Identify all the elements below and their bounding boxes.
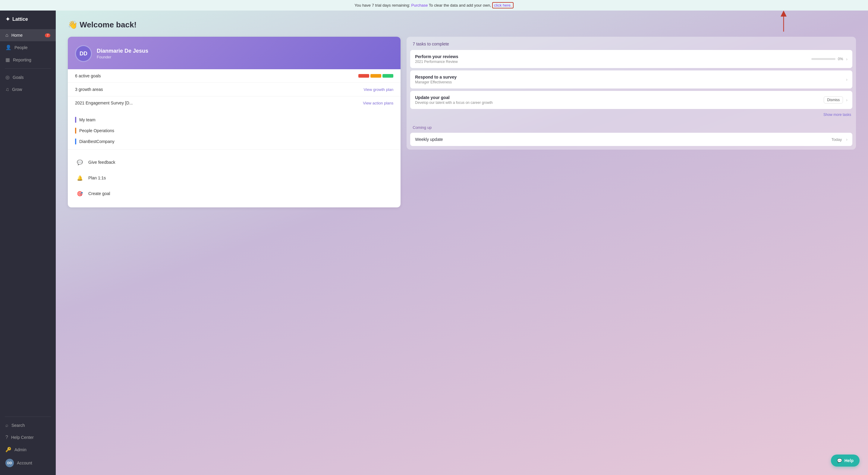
people-icon: 👤	[5, 44, 11, 50]
sidebar-item-goals[interactable]: ◎ Goals	[0, 71, 56, 83]
task-info: Update your goal Develop our talent with…	[415, 95, 493, 105]
nav-divider	[5, 68, 51, 69]
view-action-plans-link[interactable]: View action plans	[363, 101, 393, 105]
main-content: 👋 Welcome back! DD Dianmarie De Jesus Fo…	[56, 10, 868, 475]
team-item-people-ops[interactable]: People Operations	[75, 125, 393, 136]
task-item-respond-survey[interactable]: Respond to a survey Manager Effectivenes…	[410, 70, 852, 89]
avatar: DD	[5, 459, 14, 467]
sidebar-item-grow[interactable]: ♫ Grow	[0, 83, 56, 95]
account-item[interactable]: DD Account	[0, 456, 56, 470]
dot-company	[75, 138, 76, 144]
goal-icon: 🎯	[75, 189, 85, 198]
show-more-tasks[interactable]: Show more tasks	[407, 111, 856, 121]
goals-bars	[358, 74, 393, 78]
sidebar-bottom: ⌕ Search ? Help Center 🔑 Admin DD Accoun…	[0, 412, 56, 475]
team-label-company: DianBestCompany	[79, 139, 115, 144]
tasks-card: 7 tasks to complete Perform your reviews…	[407, 37, 856, 149]
logo-icon: ✦	[5, 16, 10, 23]
team-item-myteam[interactable]: My team	[75, 114, 393, 125]
team-label-people-ops: People Operations	[79, 128, 114, 133]
sidebar-item-label: Admin	[14, 447, 27, 452]
sidebar-item-admin[interactable]: 🔑 Admin	[0, 443, 56, 456]
coming-up-label: Coming up	[410, 124, 852, 133]
goals-icon: ◎	[5, 74, 10, 80]
sidebar-item-label: Grow	[12, 87, 22, 92]
right-panel: 7 tasks to complete Perform your reviews…	[407, 37, 856, 149]
reporting-icon: ▦	[5, 57, 10, 63]
sidebar-item-search[interactable]: ⌕ Search	[0, 419, 56, 431]
sidebar-item-label: Home	[11, 33, 23, 38]
create-goal-label: Create goal	[88, 191, 110, 196]
coming-up-section: Coming up Weekly update Today ›	[407, 121, 856, 146]
task-right: 0% ›	[811, 57, 847, 61]
chevron-icon: ›	[846, 57, 847, 61]
dot-myteam	[75, 117, 76, 123]
task-subtitle: Manager Effectiveness	[415, 80, 457, 84]
team-label-myteam: My team	[79, 117, 96, 122]
profile-info: Dianmarie De Jesus Founder	[97, 48, 148, 59]
trial-banner: You have 7 trial days remaining: Purchas…	[0, 0, 868, 10]
profile-role: Founder	[97, 55, 148, 59]
logo-text: Lattice	[12, 16, 28, 22]
sidebar-item-label: Search	[11, 423, 25, 428]
profile-avatar: DD	[75, 45, 92, 62]
sidebar-item-home[interactable]: ⌂ Home 7	[0, 29, 56, 41]
profile-card: DD Dianmarie De Jesus Founder 6 active g…	[68, 37, 401, 207]
create-goal-action[interactable]: 🎯 Create goal	[75, 186, 393, 201]
welcome-title: 👋 Welcome back!	[68, 20, 856, 30]
plan-1on1s-action[interactable]: 🔔 Plan 1:1s	[75, 170, 393, 186]
task-title: Perform your reviews	[415, 54, 458, 59]
coming-up-item-weekly[interactable]: Weekly update Today ›	[410, 133, 852, 146]
task-progress: 0%	[811, 57, 843, 61]
progress-bar-bg	[811, 58, 835, 60]
coming-up-date: Today	[832, 137, 842, 142]
help-chat-icon: 💬	[837, 458, 842, 463]
survey-label: 2021 Engagement Survey [D...	[75, 101, 133, 105]
give-feedback-action[interactable]: 💬 Give feedback	[75, 155, 393, 170]
sidebar-item-reporting[interactable]: ▦ Reporting	[0, 54, 56, 66]
goals-label: 6 active goals	[75, 73, 101, 78]
bar-orange	[370, 74, 381, 78]
admin-icon: 🔑	[5, 447, 11, 452]
task-title: Respond to a survey	[415, 75, 457, 79]
task-item-update-goal[interactable]: Update your goal Develop our talent with…	[410, 91, 852, 109]
team-item-company[interactable]: DianBestCompany	[75, 136, 393, 147]
chevron-icon: ›	[846, 137, 847, 142]
grow-icon: ♫	[5, 87, 9, 92]
chevron-icon: ›	[846, 98, 847, 102]
profile-body: 6 active goals 3 growth areas View growt…	[68, 69, 401, 109]
sidebar-nav: ⌂ Home 7 👤 People ▦ Reporting ◎ Goals	[0, 28, 56, 412]
help-center-icon: ?	[5, 435, 8, 440]
click-here-link[interactable]: click here.	[492, 2, 514, 8]
purchase-link[interactable]: Purchase	[411, 3, 428, 7]
help-button[interactable]: 💬 Help	[831, 454, 860, 467]
account-label: Account	[17, 461, 32, 465]
task-info: Respond to a survey Manager Effectivenes…	[415, 75, 457, 84]
task-item-perform-reviews[interactable]: Perform your reviews 2021 Performance Re…	[410, 50, 852, 68]
task-title: Update your goal	[415, 95, 493, 100]
1on1-icon: 🔔	[75, 173, 85, 183]
team-section: My team People Operations DianBestCompan…	[68, 109, 401, 149]
profile-header: DD Dianmarie De Jesus Founder	[68, 37, 401, 69]
plan-1on1s-label: Plan 1:1s	[88, 175, 106, 180]
content-grid: DD Dianmarie De Jesus Founder 6 active g…	[68, 37, 856, 207]
chevron-icon: ›	[846, 77, 847, 82]
sidebar-item-label: Help Center	[11, 435, 34, 440]
search-icon: ⌕	[5, 422, 8, 428]
sidebar-item-help-center[interactable]: ? Help Center	[0, 431, 56, 443]
quick-actions: 💬 Give feedback 🔔 Plan 1:1s 🎯 Create goa…	[68, 149, 401, 207]
tasks-header: 7 tasks to complete	[407, 37, 856, 50]
growth-label: 3 growth areas	[75, 87, 103, 92]
sidebar-item-people[interactable]: 👤 People	[0, 41, 56, 54]
banner-middle: To clear the data and add your own,	[429, 3, 492, 7]
dot-people-ops	[75, 128, 76, 134]
task-right: Dismiss ›	[824, 96, 847, 104]
dismiss-button[interactable]: Dismiss	[824, 96, 843, 104]
goals-row: 6 active goals	[68, 69, 401, 83]
home-badge: 7	[45, 33, 50, 37]
view-growth-plan-link[interactable]: View growth plan	[364, 87, 393, 92]
bar-green	[382, 74, 393, 78]
sidebar-item-label: Goals	[13, 75, 24, 80]
coming-up-right: Today ›	[832, 137, 847, 142]
give-feedback-label: Give feedback	[88, 160, 116, 165]
